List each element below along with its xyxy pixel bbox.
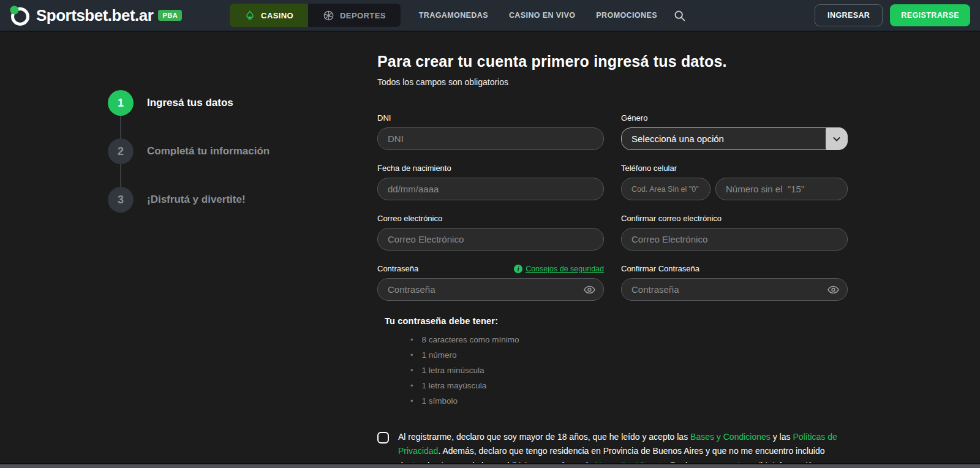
contrasena-label: Contraseña (377, 264, 418, 273)
contrasena-input[interactable] (377, 278, 604, 301)
confirmar-contrasena-label: Confirmar Contraseña (621, 264, 699, 273)
consejos-seguridad-label: Consejos de seguridad (526, 265, 604, 273)
register-button[interactable]: REGISTRARSE (890, 4, 970, 26)
toggle-casino-label: CASINO (261, 11, 293, 20)
info-icon: i (514, 265, 522, 273)
pba-badge: PBA (158, 10, 182, 21)
field-confirmar-contrasena: Confirmar Contraseña (621, 263, 848, 301)
sports-wheel-icon (323, 10, 334, 21)
confirmar-contrasena-input[interactable] (621, 278, 848, 301)
password-rule: 1 letra minúscula (410, 366, 604, 375)
step-2-number: 2 (108, 138, 134, 164)
step-3: 3 ¡Disfrutá y divertite! (108, 187, 270, 213)
terms-text-segment: y las (771, 432, 793, 442)
step-3-label: ¡Disfrutá y divertite! (147, 194, 246, 206)
field-fecha-nacimiento: Fecha de nacimiento (377, 163, 604, 200)
terms-checkbox[interactable] (377, 432, 389, 443)
registration-stepper: 1 Ingresá tus datos 2 Completá tu inform… (108, 90, 270, 213)
genero-select[interactable]: Seleccioná una opción (621, 127, 848, 150)
chevron-down-icon[interactable] (826, 127, 848, 150)
nav-links: TRAGAMONEDAS CASINO EN VIVO PROMOCIONES (419, 11, 657, 20)
eye-icon[interactable] (827, 285, 839, 294)
brand-logo[interactable]: Sportsbet.bet.ar PBA (9, 4, 182, 27)
field-correo: Correo electrónico (377, 213, 604, 251)
nav-actions: INGRESAR REGISTRARSE (815, 4, 970, 26)
genero-label: Género (621, 113, 647, 123)
genero-selected-value: Seleccioná una opción (631, 134, 724, 144)
search-icon[interactable] (673, 9, 686, 22)
toggle-casino[interactable]: CASINO (230, 4, 308, 27)
consejos-seguridad-link[interactable]: i Consejos de seguridad (514, 265, 604, 273)
registration-form: Para crear tu cuenta primero ingresá tus… (377, 53, 850, 468)
toggle-deportes-label: DEPORTES (340, 11, 386, 20)
terms-section: Al registrarme, declaro que soy mayor de… (377, 430, 850, 468)
dni-label: DNI (377, 113, 391, 123)
horizontal-scrollbar[interactable] (0, 463, 980, 468)
password-requirements: Tu contraseña debe tener: 8 caracteres c… (377, 316, 604, 412)
step-2: 2 Completá tu información (108, 138, 270, 164)
eye-icon[interactable] (584, 285, 595, 294)
fecha-nacimiento-input[interactable] (377, 178, 604, 200)
spade-icon (244, 10, 255, 21)
fecha-label: Fecha de nacimiento (377, 164, 451, 173)
confirmar-correo-input[interactable] (621, 228, 848, 251)
field-confirmar-correo: Confirmar correo electrónico (621, 213, 848, 251)
step-1-number: 1 (108, 90, 134, 116)
top-navbar: Sportsbet.bet.ar PBA CASINO DEPORTES T (0, 0, 980, 32)
casino-deportes-toggle: CASINO DEPORTES (230, 4, 401, 27)
field-dni: DNI (377, 113, 604, 150)
terms-text-segment: Al registrarme, declaro que soy mayor de… (398, 432, 690, 442)
form-subtitle: Todos los campos son obligatorios (377, 77, 850, 87)
step-connector (120, 116, 121, 138)
dni-input[interactable] (377, 127, 604, 150)
numero-telefono-input[interactable] (715, 178, 848, 200)
codigo-area-input[interactable] (621, 178, 710, 200)
correo-label: Correo electrónico (377, 214, 442, 223)
confirmar-correo-label: Confirmar correo electrónico (621, 214, 722, 223)
step-1-label: Ingresá tus datos (147, 97, 233, 109)
nav-link-casino-en-vivo[interactable]: CASINO EN VIVO (509, 11, 575, 20)
brand-name: Sportsbet.bet.ar (36, 6, 153, 25)
step-2-label: Completá tu información (147, 145, 270, 157)
password-rule: 1 letra mayúscula (410, 381, 604, 390)
field-genero: Género Seleccioná una opción (621, 113, 848, 150)
password-rule: 8 caracteres como mínimo (410, 335, 604, 344)
password-rule: 1 número (410, 350, 604, 360)
step-connector (120, 164, 121, 187)
telefono-label: Teléfono celular (621, 164, 677, 173)
password-requirements-list: 8 caracteres como mínimo 1 número 1 letr… (385, 335, 604, 406)
bases-condiciones-link[interactable]: Bases y Condiciones (690, 432, 771, 442)
nav-link-tragamonedas[interactable]: TRAGAMONEDAS (419, 11, 488, 20)
step-1: 1 Ingresá tus datos (108, 90, 270, 116)
password-rule: 1 símbolo (410, 396, 604, 406)
field-contrasena: Contraseña i Consejos de seguridad (377, 263, 604, 301)
terms-text: Al registrarme, declaro que soy mayor de… (398, 430, 850, 468)
correo-input[interactable] (377, 228, 604, 251)
step-3-number: 3 (108, 187, 134, 213)
nav-link-promociones[interactable]: PROMOCIONES (596, 11, 657, 20)
page-title: Para crear tu cuenta primero ingresá tus… (377, 53, 850, 70)
toggle-deportes[interactable]: DEPORTES (308, 4, 401, 27)
brand-logo-icon (9, 4, 31, 27)
login-button[interactable]: INGRESAR (815, 4, 883, 26)
field-telefono: Teléfono celular (621, 163, 848, 200)
password-requirements-title: Tu contraseña debe tener: (385, 316, 604, 326)
